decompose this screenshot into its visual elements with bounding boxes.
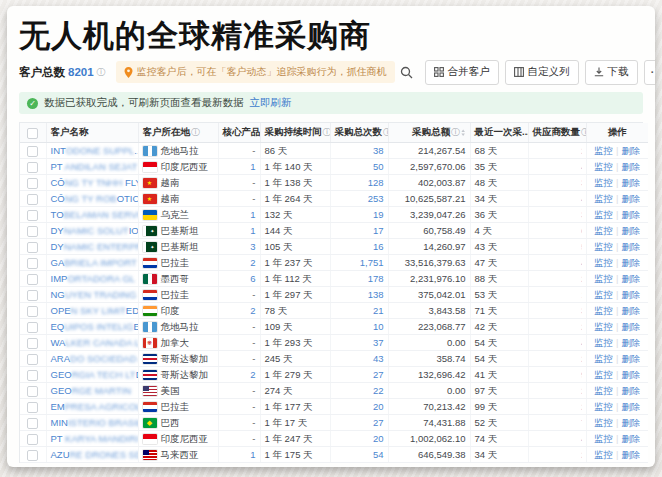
customer-name-link[interactable]: GEORGE MARTIN — [51, 385, 132, 396]
purchase-count-link[interactable]: 50 — [373, 161, 384, 172]
delete-link[interactable]: 删除 — [621, 289, 640, 300]
monitor-link[interactable]: 监控 — [594, 241, 613, 252]
customer-name-link[interactable]: IMPORTADORA GL — [51, 273, 136, 284]
row-checkbox[interactable] — [27, 338, 38, 349]
customer-name-link[interactable]: AZURE DRONES SDN SO... — [51, 449, 139, 460]
row-checkbox[interactable] — [27, 322, 38, 333]
delete-link[interactable]: 删除 — [621, 209, 640, 220]
monitor-link[interactable]: 监控 — [594, 177, 613, 188]
customer-name-link[interactable]: PT ANDILAN SEJAT — [51, 161, 138, 172]
purchase-count-link[interactable]: 37 — [373, 337, 384, 348]
info-icon[interactable]: ⓘ — [451, 127, 460, 137]
delete-link[interactable]: 删除 — [621, 433, 640, 444]
monitor-link[interactable]: 监控 — [594, 225, 613, 236]
supplier-count-link[interactable]: 1 — [533, 287, 582, 302]
info-icon[interactable]: ⓘ — [581, 127, 586, 137]
row-checkbox[interactable] — [27, 162, 38, 173]
supplier-count-link[interactable]: 4 — [533, 191, 582, 206]
row-checkbox[interactable] — [27, 306, 38, 317]
customer-name-link[interactable]: CÔNG TY TNHH FLY — [51, 177, 139, 188]
row-checkbox[interactable] — [27, 418, 38, 429]
purchase-count-link[interactable]: 1,751 — [360, 257, 384, 268]
supplier-count-link[interactable]: 5 — [533, 239, 582, 254]
delete-link[interactable]: 删除 — [621, 305, 640, 316]
supplier-count-link[interactable]: 3 — [533, 303, 582, 318]
delete-link[interactable]: 删除 — [621, 193, 640, 204]
monitor-link[interactable]: 监控 — [594, 353, 613, 364]
purchase-count-link[interactable]: 27 — [373, 369, 384, 380]
row-checkbox[interactable] — [27, 194, 38, 205]
delete-link[interactable]: 删除 — [621, 353, 640, 364]
purchase-count-link[interactable]: 21 — [373, 305, 384, 316]
core-products-count[interactable]: 1 — [250, 225, 255, 236]
purchase-count-link[interactable]: 128 — [368, 177, 384, 188]
purchase-count-link[interactable]: 43 — [373, 353, 384, 364]
customer-name-link[interactable]: CÔNG TY ROBOTIC... — [51, 193, 139, 204]
supplier-count-link[interactable]: 3 — [533, 207, 582, 222]
row-checkbox[interactable] — [27, 146, 38, 157]
delete-link[interactable]: 删除 — [621, 273, 640, 284]
monitor-link[interactable]: 监控 — [594, 289, 613, 300]
monitor-link[interactable]: 监控 — [594, 401, 613, 412]
monitor-link[interactable]: 监控 — [594, 273, 613, 284]
purchase-count-link[interactable]: 20 — [373, 433, 384, 444]
row-checkbox[interactable] — [27, 242, 38, 253]
row-checkbox[interactable] — [27, 290, 38, 301]
monitor-link[interactable]: 监控 — [594, 369, 613, 380]
supplier-count-link[interactable]: 4 — [533, 431, 582, 446]
row-checkbox[interactable] — [27, 274, 38, 285]
delete-link[interactable]: 删除 — [621, 225, 640, 236]
refresh-now-link[interactable]: 立即刷新 — [250, 96, 292, 110]
delete-link[interactable]: 删除 — [621, 177, 640, 188]
monitor-link[interactable]: 监控 — [594, 321, 613, 332]
row-checkbox[interactable] — [27, 258, 38, 269]
supplier-count-link[interactable]: 4 — [533, 159, 582, 174]
row-checkbox[interactable] — [27, 354, 38, 365]
customer-name-link[interactable]: EMPRESA AGRICOLA — [51, 401, 139, 412]
customer-name-link[interactable]: DYNAMIC SOLUTIONS... — [51, 225, 139, 236]
supplier-count-link[interactable]: 2 — [533, 399, 582, 414]
merge-customers-button[interactable]: 合并客户 — [425, 60, 499, 85]
row-checkbox[interactable] — [27, 434, 38, 445]
monitor-link[interactable]: 监控 — [594, 385, 613, 396]
core-products-count[interactable]: 1 — [250, 161, 255, 172]
core-products-count[interactable]: 1 — [250, 209, 255, 220]
delete-link[interactable]: 删除 — [621, 417, 640, 428]
purchase-count-link[interactable]: 38 — [373, 145, 384, 156]
delete-link[interactable]: 删除 — [621, 337, 640, 348]
purchase-count-link[interactable]: 10 — [373, 321, 384, 332]
customer-name-link[interactable]: EQUIPOS INTELIGENTE... — [51, 321, 139, 332]
download-button[interactable]: 下载 — [585, 60, 638, 85]
customer-name-link[interactable]: GABRIELA IMPORT — [51, 257, 137, 268]
custom-columns-button[interactable]: 自定义列 — [505, 60, 579, 85]
supplier-count-link[interactable]: 2 — [533, 351, 582, 366]
purchase-count-link[interactable]: 17 — [373, 225, 384, 236]
customer-name-link[interactable]: INTODONE SUPPL... — [51, 145, 139, 156]
delete-link[interactable]: 删除 — [621, 449, 640, 460]
supplier-count-link[interactable]: 7 — [533, 415, 582, 430]
sort-icon[interactable]: ▲▼ — [461, 129, 465, 136]
row-checkbox[interactable] — [27, 210, 38, 221]
search-button[interactable] — [395, 61, 419, 84]
supplier-count-link[interactable]: 3 — [533, 175, 582, 190]
monitor-link[interactable]: 监控 — [594, 337, 613, 348]
row-checkbox[interactable] — [27, 386, 38, 397]
delete-link[interactable]: 删除 — [621, 321, 640, 332]
purchase-count-link[interactable]: 54 — [373, 449, 384, 460]
delete-link[interactable]: 删除 — [621, 161, 640, 172]
select-all-checkbox[interactable] — [27, 128, 38, 139]
customer-name-link[interactable]: MINISTERIO BRASIL — [51, 417, 139, 428]
supplier-count-link[interactable]: 2 — [533, 143, 582, 158]
row-checkbox[interactable] — [27, 450, 38, 461]
purchase-count-link[interactable]: 20 — [373, 401, 384, 412]
delete-link[interactable]: 删除 — [621, 257, 640, 268]
delete-link[interactable]: 删除 — [621, 385, 640, 396]
row-checkbox[interactable] — [27, 226, 38, 237]
customer-name-link[interactable]: GEORGIA TECH LTD AN... — [51, 369, 139, 380]
core-products-count[interactable]: 2 — [250, 257, 255, 268]
customer-name-link[interactable]: WALKER CANADA LTD — [51, 337, 139, 348]
supplier-count-link[interactable]: 2 — [533, 383, 582, 398]
monitor-link[interactable]: 监控 — [594, 433, 613, 444]
purchase-count-link[interactable]: 27 — [373, 417, 384, 428]
more-actions-button[interactable]: ··· — [644, 60, 655, 85]
